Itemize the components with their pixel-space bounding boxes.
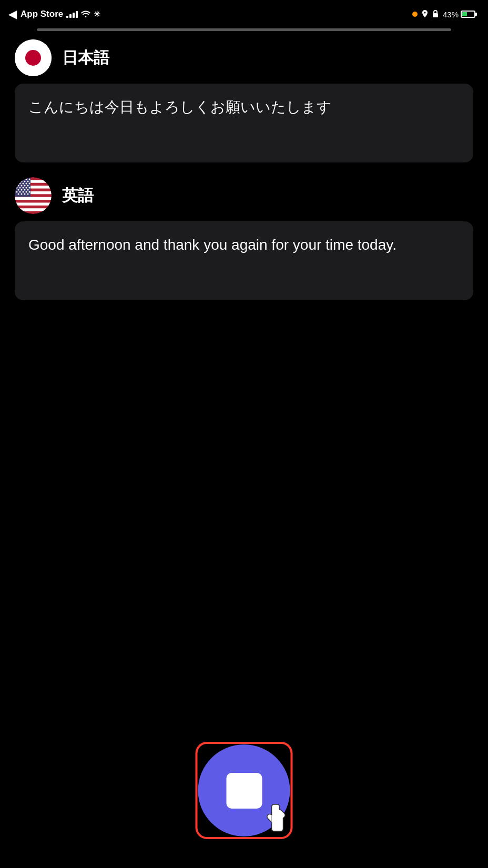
svg-point-28 [16, 187, 18, 189]
svg-rect-8 [15, 208, 52, 211]
stop-button-area [198, 744, 290, 836]
svg-point-27 [27, 185, 29, 187]
back-arrow-icon[interactable]: ◀ [8, 8, 16, 21]
svg-point-39 [23, 191, 24, 193]
svg-point-31 [26, 187, 27, 189]
source-language-name: 日本語 [62, 47, 109, 69]
svg-point-17 [24, 181, 26, 182]
source-text: こんにちは今日もよろしくお願いいたします [28, 96, 460, 118]
scroll-indicator [37, 28, 452, 31]
battery-indicator: 43% [443, 10, 475, 19]
svg-point-18 [27, 181, 29, 182]
target-language-name: 英語 [62, 185, 94, 207]
target-text: Good afternoon and thank you again for y… [28, 234, 460, 256]
svg-point-16 [21, 181, 23, 182]
svg-point-30 [23, 187, 24, 189]
target-language-header: 英語 [15, 177, 473, 214]
svg-point-32 [29, 187, 30, 189]
svg-point-33 [18, 189, 19, 191]
signal-strength-icon [66, 11, 78, 18]
stop-button[interactable] [198, 744, 290, 836]
svg-point-42 [18, 193, 19, 195]
svg-point-45 [27, 193, 29, 195]
svg-point-44 [24, 193, 26, 195]
orange-indicator [412, 12, 418, 17]
svg-rect-0 [433, 13, 438, 17]
svg-point-36 [27, 189, 29, 191]
svg-rect-7 [15, 202, 52, 205]
svg-point-24 [18, 185, 19, 187]
loading-icon: ✳ [94, 9, 100, 19]
svg-point-37 [16, 191, 18, 193]
svg-point-13 [26, 179, 27, 180]
usa-flag-icon [15, 177, 52, 214]
svg-point-21 [23, 183, 24, 185]
main-content: 日本語 こんにちは今日もよろしくお願いいたします [0, 39, 488, 300]
source-text-box: こんにちは今日もよろしくお願いいたします [15, 84, 473, 162]
svg-point-43 [21, 193, 23, 195]
svg-point-20 [19, 183, 21, 185]
svg-rect-3 [15, 180, 52, 182]
battery-fill [462, 12, 467, 16]
lock-icon [432, 10, 439, 19]
svg-point-40 [26, 191, 27, 193]
location-icon [422, 10, 428, 19]
japan-red-circle [25, 50, 41, 66]
carrier-label: App Store [21, 9, 63, 19]
svg-point-22 [26, 183, 27, 185]
svg-point-15 [18, 181, 19, 182]
svg-point-12 [23, 179, 24, 180]
battery-percent-label: 43% [443, 10, 459, 19]
svg-point-14 [29, 179, 30, 180]
svg-point-26 [24, 185, 26, 187]
cursor-hand-icon [261, 803, 288, 832]
svg-point-25 [21, 185, 23, 187]
svg-point-19 [16, 183, 18, 185]
japan-flag-icon [15, 39, 52, 76]
target-text-box: Good afternoon and thank you again for y… [15, 221, 473, 300]
svg-rect-6 [15, 197, 52, 200]
stop-button-wrapper [198, 744, 290, 836]
svg-point-35 [24, 189, 26, 191]
status-left: ◀ App Store ✳ [8, 8, 100, 21]
svg-point-34 [21, 189, 23, 191]
svg-point-11 [19, 179, 21, 180]
svg-point-23 [29, 183, 30, 185]
status-bar: ◀ App Store ✳ [0, 0, 488, 26]
svg-point-41 [29, 191, 30, 193]
svg-point-29 [19, 187, 21, 189]
stop-icon [226, 773, 262, 809]
wifi-icon [81, 10, 90, 19]
status-right: 43% [412, 10, 475, 19]
source-language-header: 日本語 [15, 39, 473, 76]
battery-icon [461, 11, 475, 18]
svg-point-38 [19, 191, 21, 193]
svg-point-10 [16, 179, 18, 180]
